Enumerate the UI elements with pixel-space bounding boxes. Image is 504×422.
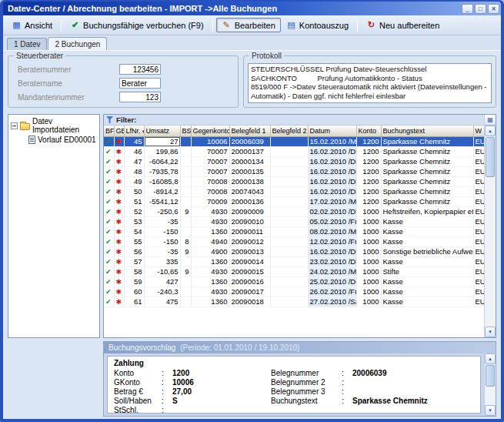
col-belegfeld2[interactable]: Belegfeld 2 [270, 126, 308, 136]
minimize-button[interactable]: _ [462, 4, 473, 14]
posted-check-icon-glyph: ✔ [105, 228, 112, 236]
scroll-thumb[interactable] [486, 137, 495, 177]
table-row[interactable]: ✔✱46199,86700072000013716.02.2010 /Di120… [104, 146, 484, 156]
cell-gegenkonto: 4930 [191, 216, 229, 226]
maximize-button[interactable]: □ [475, 4, 486, 14]
table-row[interactable]: ✔✱4527100062000603915.02.2010 /Mo1200Spa… [104, 136, 484, 146]
table-row[interactable]: ✔✱51-5541,12700092000013617.02.2010 /Mi1… [104, 196, 484, 206]
cell-lfnr: 57 [124, 256, 144, 266]
cell-belegfeld2 [270, 156, 308, 166]
verbuchen-button[interactable]: ✔ Buchungsfähige verbuchen (F9) [65, 18, 209, 32]
col-gegenkonto[interactable]: Gegenkonto [191, 126, 229, 136]
cell-bs [180, 136, 191, 146]
cell-belegfeld1: 20090018 [229, 296, 270, 306]
mandantennummer-field[interactable] [119, 92, 161, 102]
ansicht-button[interactable]: ▦ Ansicht [6, 18, 58, 32]
col-buchungstext[interactable]: Buchungstext [381, 126, 473, 136]
table-row[interactable]: ✔✱54-15013602009001108.02.2010 /Mo1000Ka… [104, 226, 484, 236]
neu-aufbereiten-button[interactable]: ↻ Neu aufbereiten [361, 18, 445, 32]
col-konto[interactable]: Konto [356, 126, 381, 136]
tree-expander-icon[interactable] [11, 122, 18, 129]
cell-waehrung: EU [473, 276, 484, 286]
tree-root-item[interactable]: Datev Importdateien [8, 115, 99, 135]
zahlung-detail-box: Zahlung Konto:1200Belegnummer:20006039GK… [107, 356, 481, 414]
table-row[interactable]: ✔✱5942713602009001625.02.2010 /Do1000Kas… [104, 276, 484, 286]
table-row[interactable]: ✔✱48-7935,78700072000013516.02.2010 /Di1… [104, 166, 484, 176]
cell-umsatz: -150 [144, 236, 180, 246]
table-row[interactable]: ✔✱53-3549302009001005.02.2010 /Fr1000Kas… [104, 216, 484, 226]
col-datum[interactable]: Datum [308, 126, 356, 136]
sort-arrow-icon: ▼ [142, 129, 144, 134]
cell-umsatz: -10,65 [144, 266, 180, 276]
tree-item-vorlauf[interactable]: Vorlauf ED00001 [8, 135, 99, 145]
col-bf[interactable]: BF [104, 126, 114, 136]
tab-buchungen[interactable]: 2 Buchungen [48, 37, 107, 50]
scroll-thumb[interactable] [486, 365, 495, 387]
cell-konto: 1000 [356, 296, 381, 306]
state-asterisk-icon-glyph: ✱ [116, 188, 122, 196]
cell-buchungstext: Sparkasse Chemnitz [381, 156, 473, 166]
cell-datum: 16.02.2010 /Di [308, 166, 356, 176]
cell-buchungstext: Kasse [381, 256, 473, 266]
kontoauszug-button[interactable]: ▤ Kontoauszug [281, 18, 354, 32]
cell-datum: 16.02.2010 /Di [308, 176, 356, 186]
cell-belegfeld1: 20000135 [229, 166, 270, 176]
title-bar[interactable]: Datev-Center / Abrechnung bearbeiten - I… [3, 2, 501, 15]
scroll-up-arrow[interactable]: ▲ [485, 126, 496, 136]
table-scrollbar[interactable]: ▦ ▲ ▼ [484, 115, 496, 337]
col-w[interactable]: W [473, 126, 484, 136]
posted-check-icon: ✔ [104, 156, 114, 166]
cell-konto: 1000 [356, 256, 381, 266]
table-row[interactable]: ✔✱58-10,65949302009001524.02.2010 /Mi100… [104, 266, 484, 276]
table-row[interactable]: ✔✱5733513602009001423.02.2010 /Di1000Kas… [104, 256, 484, 266]
scroll-up-arrow[interactable]: ▲ [485, 353, 496, 364]
col-lfnr[interactable]: LfNr.▼ [124, 126, 144, 136]
table-row[interactable]: ✔✱56-35949002009001316.02.2010 /Di1000So… [104, 246, 484, 256]
cell-konto: 1200 [356, 156, 381, 166]
table-row[interactable]: ✔✱50-8914,2700082007404316.02.2010 /Di12… [104, 186, 484, 196]
cell-gegenkonto: 70007 [191, 146, 229, 156]
vorschlag-scrollbar[interactable]: ▲ ▼ [484, 353, 496, 416]
bearbeiten-button[interactable]: ✎ Bearbeiten [216, 18, 281, 32]
table-row[interactable]: ✔✱47-6064,22700072000013416.02.2010 /Di1… [104, 156, 484, 166]
state-asterisk-icon: ✱ [114, 146, 124, 156]
cell-belegfeld1: 20090010 [229, 216, 270, 226]
protokoll-log[interactable]: STEUERSCHLÜSSEL Prüfung Datev-Steuerschl… [248, 63, 492, 103]
col-bs[interactable]: BS [180, 126, 191, 136]
cell-waehrung: EU [473, 266, 484, 276]
state-asterisk-icon-glyph: ✱ [116, 158, 122, 166]
col-gb[interactable]: GB [114, 126, 124, 136]
cell-lfnr: 47 [124, 156, 144, 166]
cell-konto: 1000 [356, 206, 381, 216]
cell-lfnr: 59 [124, 276, 144, 286]
table-row[interactable]: ✔✱55-150849402009001212.02.2010 /Fr1000K… [104, 236, 484, 246]
beratername-field[interactable] [119, 78, 161, 89]
cell-belegfeld1: 20000138 [229, 176, 270, 186]
cell-belegfeld1: 20090012 [229, 236, 270, 246]
column-chooser-icon[interactable]: ▦ [485, 115, 496, 126]
cell-belegfeld1: 20090013 [229, 246, 270, 256]
scroll-down-arrow[interactable]: ▼ [485, 405, 496, 416]
cell-bs [180, 296, 191, 306]
scroll-down-arrow[interactable]: ▼ [485, 327, 496, 337]
tab-datev[interactable]: 1 Datev [7, 38, 47, 50]
cell-umsatz: -150 [144, 226, 180, 236]
cell-umsatz: 199,86 [144, 146, 180, 156]
table-row[interactable]: ✔✱49-16085,8700082000013816.02.2010 /Di1… [104, 176, 484, 186]
posted-check-icon: ✔ [104, 246, 114, 256]
col-umsatz[interactable]: Umsatz [144, 126, 180, 136]
cell-konto: 1200 [356, 136, 381, 146]
filter-row[interactable]: Filter: [104, 115, 484, 126]
cell-buchungstext: Sparkasse Chemnitz [381, 166, 473, 176]
cell-lfnr: 51 [124, 196, 144, 206]
cell-buchungstext: Kasse [381, 296, 473, 306]
col-belegfeld1[interactable]: Belegfeld 1 [229, 126, 270, 136]
close-button[interactable]: ✕ [488, 4, 499, 14]
beraternummer-field[interactable] [119, 64, 161, 75]
cell-datum: 05.02.2010 /Fr [308, 216, 356, 226]
table-row[interactable]: ✔✱60-240,349302009001726.02.2010 /Fr1000… [104, 286, 484, 296]
table-row[interactable]: ✔✱6147513602009001827.02.2010 /Sa1000Kas… [104, 296, 484, 306]
cell-waehrung: EU [473, 206, 484, 216]
table-row[interactable]: ✔✱52-250,6949302009000902.02.2010 /Di100… [104, 206, 484, 216]
window-controls: _ □ ✕ [462, 4, 499, 14]
